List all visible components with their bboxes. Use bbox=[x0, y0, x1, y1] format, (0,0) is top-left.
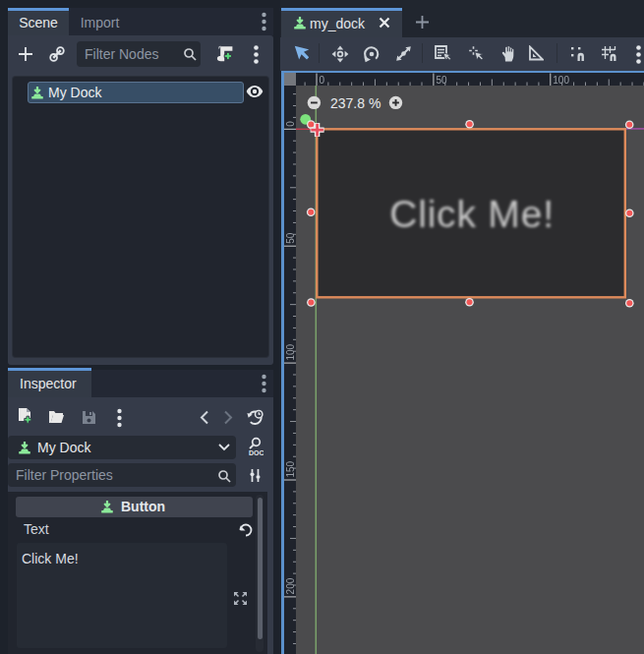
svg-text:0: 0 bbox=[285, 121, 296, 127]
svg-text:237.8 %: 237.8 % bbox=[330, 95, 381, 111]
svg-text:200: 200 bbox=[285, 577, 296, 594]
svg-text:Click Me!: Click Me! bbox=[389, 193, 555, 235]
svg-text:150: 150 bbox=[285, 460, 296, 477]
svg-text:100: 100 bbox=[285, 343, 296, 360]
svg-text:100: 100 bbox=[553, 75, 569, 86]
svg-text:50: 50 bbox=[285, 232, 296, 244]
svg-text:DOC: DOC bbox=[249, 449, 263, 456]
svg-text:0: 0 bbox=[320, 75, 325, 86]
